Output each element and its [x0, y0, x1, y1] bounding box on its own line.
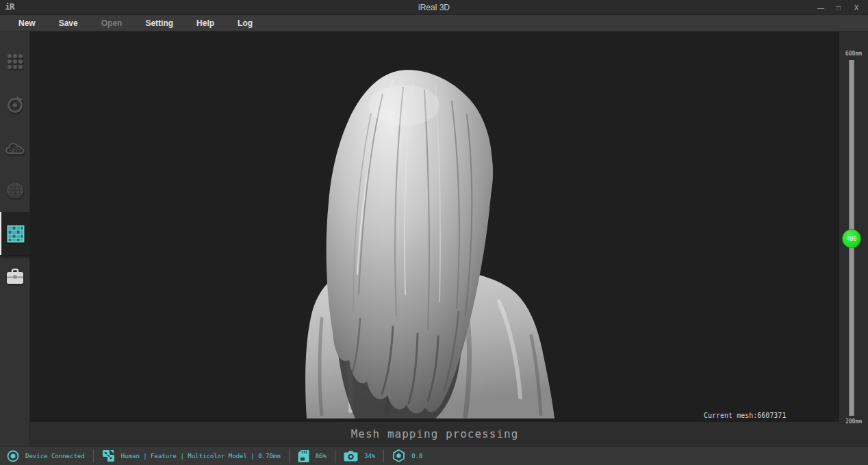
hexagon-gauge-icon [392, 449, 405, 462]
device-status-text: Device Connected [25, 453, 85, 460]
sidebar-item-mesh-sphere[interactable] [0, 169, 30, 212]
camera-icon [344, 451, 358, 462]
grid-icon [7, 225, 25, 243]
scan-settings-text: Human | Feature | Multicolor Model | 0.7… [121, 453, 281, 460]
menubar: New Save Open Setting Help Log [0, 15, 868, 31]
menu-item-log[interactable]: Log [226, 15, 264, 31]
memory-card-icon [298, 449, 309, 463]
menu-item-setting[interactable]: Setting [133, 15, 185, 31]
dots-grid-icon [6, 53, 24, 70]
scan-settings-item: Human | Feature | Multicolor Model | 0.7… [102, 449, 281, 462]
current-mesh-label: Current mesh:6607371 [704, 409, 807, 422]
cloud-points-icon [5, 140, 25, 156]
menu-item-help[interactable]: Help [185, 15, 226, 31]
viewport-3d[interactable]: Current mesh:6607371 Currently selected … [30, 31, 839, 422]
maximize-button[interactable]: □ [830, 0, 847, 15]
camera-usage-text: 34% [364, 453, 375, 460]
statusbar: Device Connected Human | Feature | Multi… [0, 446, 868, 465]
slider-value: 400 [847, 236, 856, 242]
sidebar [0, 31, 30, 446]
scanner-mode-icon [102, 449, 115, 462]
statusbar-separator [383, 449, 384, 463]
sidebar-item-scan[interactable] [0, 83, 30, 126]
device-status-item: Device Connected [7, 450, 85, 462]
slider-min-label: 200mm [839, 418, 868, 425]
speed-text: 0.0 [411, 453, 422, 460]
window-controls: — □ X [812, 0, 865, 15]
statusbar-separator [335, 449, 335, 463]
device-connected-icon [7, 450, 19, 462]
mesh-sphere-icon [5, 181, 25, 200]
menu-item-save[interactable]: Save [47, 15, 90, 31]
sidebar-item-apps-grid[interactable] [0, 40, 30, 83]
scan-range-slider-panel: 600mm 400 200mm [839, 31, 868, 446]
close-button[interactable]: X [847, 0, 865, 15]
statusbar-separator [93, 449, 94, 463]
toolbox-icon [5, 268, 25, 286]
memory-usage-text: 86% [316, 453, 327, 460]
slider-handle[interactable]: 400 [842, 229, 861, 248]
sidebar-item-point-cloud[interactable] [0, 126, 30, 169]
minimize-button[interactable]: — [812, 0, 830, 15]
titlebar: iR iReal 3D — □ X [0, 0, 868, 15]
ireal3d-window: iR iReal 3D — □ X New Save Open Setting … [0, 0, 868, 465]
camera-usage-item: 34% [344, 451, 375, 462]
memory-usage-item: 86% [298, 449, 327, 463]
menu-item-open[interactable]: Open [90, 15, 134, 31]
mesh-info: Current mesh:6607371 Currently selected … [704, 382, 807, 422]
menu-item-new[interactable]: New [7, 15, 47, 31]
scanned-model-3d [290, 66, 578, 422]
statusbar-separator [289, 449, 290, 463]
speed-item: 0.0 [392, 449, 422, 462]
sidebar-item-texture-grid[interactable] [0, 212, 30, 255]
processing-status-text: Mesh mapping processing [351, 427, 519, 440]
status-message-band: Mesh mapping processing [30, 422, 839, 446]
window-title: iReal 3D [0, 3, 868, 12]
slider-max-label: 600mm [839, 51, 868, 57]
sidebar-item-toolbox[interactable] [0, 255, 30, 298]
target-scan-icon [5, 95, 25, 114]
